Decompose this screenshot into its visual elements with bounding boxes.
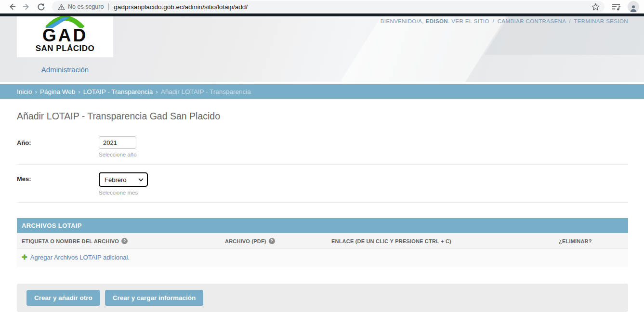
breadcrumb-lotaip[interactable]: LOTAIP - Transparencia — [83, 88, 153, 95]
help-icon[interactable] — [121, 238, 128, 244]
column-enlace: ENLACE (DE UN CLIC Y PRESIONE CTRL + C) — [331, 238, 559, 244]
user-tools: BIENVENIDO/A, EDISON. VER EL SITIO / CAM… — [381, 18, 628, 24]
back-icon[interactable] — [5, 0, 19, 13]
site-header: GAD SAN PLÁCIDO Administración BIENVENID… — [0, 16, 644, 82]
url-text[interactable]: gadprsanplacido.gob.ec/admin/sitio/lotai… — [114, 3, 591, 11]
submit-row: Crear y añadir otro Crear y cargar infor… — [17, 284, 628, 312]
reload-icon[interactable] — [34, 0, 48, 13]
column-eliminar: ¿ELIMINAR? — [559, 238, 628, 244]
bookmark-star-icon[interactable] — [591, 3, 600, 11]
logo-text-gad: GAD — [42, 27, 88, 44]
add-icon — [22, 253, 27, 261]
forward-icon[interactable] — [19, 0, 34, 13]
breadcrumb-separator: › — [35, 88, 38, 95]
link-separator: / — [492, 18, 494, 24]
form-row-ano: Año: Seleccione año — [17, 129, 628, 165]
crear-y-cargar-informacion-button[interactable]: Crear y cargar información — [105, 290, 204, 306]
security-status[interactable]: No es seguro — [58, 3, 104, 11]
change-password-link[interactable]: CAMBIAR CONTRASENA — [498, 18, 566, 24]
column-eliminar-label: ¿ELIMINAR? — [559, 238, 592, 244]
column-etiqueta: ETIQUETA O NOMBRE DEL ARCHIVO — [22, 238, 225, 244]
welcome-period: . — [448, 18, 450, 24]
link-separator: / — [569, 18, 571, 24]
site-logo[interactable]: GAD SAN PLÁCIDO — [17, 16, 113, 57]
ano-help-text: Seleccione año — [99, 152, 137, 157]
logo-text-san-placido: SAN PLÁCIDO — [36, 44, 95, 53]
logout-link[interactable]: TERMINAR SESION — [574, 18, 628, 24]
security-warning-label: No es seguro — [68, 3, 104, 10]
admin-caption: Administración — [17, 65, 113, 74]
form-row-mes: Mes: Febrero Seleccione mes — [17, 165, 628, 203]
ano-input[interactable] — [99, 136, 136, 149]
column-archivo: ARCHIVO (PDF) — [225, 238, 331, 244]
breadcrumb-separator: › — [156, 88, 158, 95]
archivos-lotaip-module: ARCHIVOS LOTAIP ETIQUETA O NOMBRE DEL AR… — [17, 218, 628, 266]
mes-selected-value: Febrero — [105, 176, 127, 183]
mes-label: Mes: — [17, 172, 99, 196]
warning-icon — [58, 3, 65, 11]
breadcrumb-pagina-web[interactable]: Página Web — [40, 88, 75, 95]
url-bar[interactable]: No es seguro gadprsanplacido.gob.ec/admi… — [52, 1, 605, 13]
main-content: Añadir LOTAIP - Transparencia Gad San Pl… — [0, 111, 644, 312]
username: EDISON — [426, 18, 448, 24]
module-title: ARCHIVOS LOTAIP — [17, 218, 628, 233]
help-icon[interactable] — [269, 238, 275, 244]
breadcrumb: Inicio › Página Web › LOTAIP - Transpare… — [0, 84, 644, 99]
crear-y-anadir-otro-button[interactable]: Crear y añadir otro — [26, 290, 100, 306]
breadcrumb-current: Añadir LOTAIP - Transparencia — [161, 88, 251, 95]
chevron-down-icon — [138, 178, 144, 182]
column-archivo-label: ARCHIVO (PDF) — [225, 238, 266, 244]
view-site-link[interactable]: VER EL SITIO — [451, 18, 489, 24]
welcome-text: BIENVENIDO/A, — [381, 18, 424, 24]
add-archivo-link[interactable]: Agregar Archivos LOTAIP adicional. — [30, 254, 130, 261]
breadcrumb-separator: › — [78, 88, 80, 95]
page-title: Añadir LOTAIP - Transparencia Gad San Pl… — [17, 111, 628, 122]
mes-help-text: Seleccione mes — [99, 190, 148, 196]
add-row: Agregar Archivos LOTAIP adicional. — [17, 249, 628, 266]
profile-avatar-icon[interactable] — [628, 1, 639, 13]
mes-select[interactable]: Febrero — [99, 172, 148, 187]
table-header-row: ETIQUETA O NOMBRE DEL ARCHIVO ARCHIVO (P… — [17, 233, 628, 249]
omnibox-divider — [108, 3, 109, 10]
media-controls-icon[interactable] — [611, 2, 621, 11]
column-etiqueta-label: ETIQUETA O NOMBRE DEL ARCHIVO — [22, 238, 119, 244]
browser-toolbar: No es seguro gadprsanplacido.gob.ec/admi… — [0, 0, 644, 13]
ano-label: Año: — [17, 136, 99, 157]
breadcrumb-inicio[interactable]: Inicio — [17, 88, 32, 95]
column-enlace-label: ENLACE (DE UN CLIC Y PRESIONE CTRL + C) — [331, 238, 451, 244]
